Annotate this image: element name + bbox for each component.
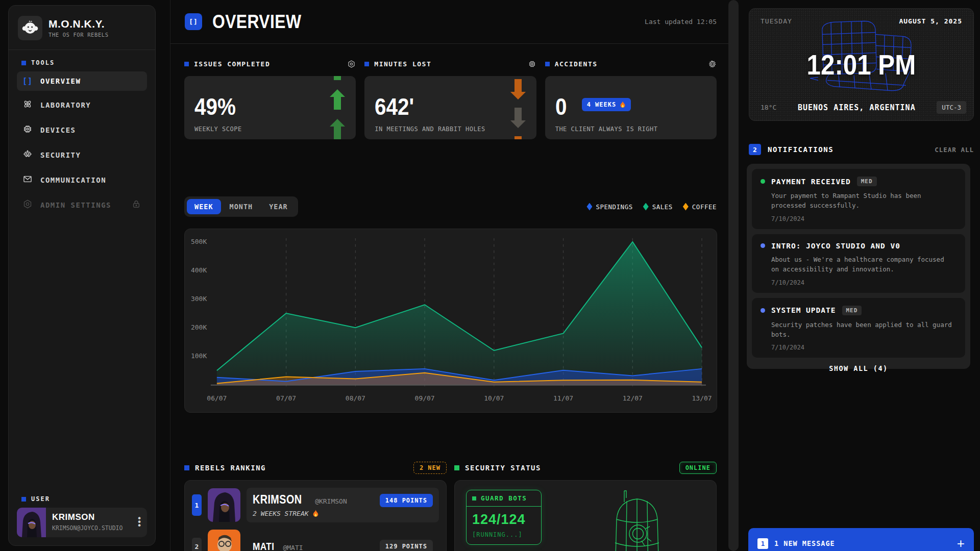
sidebar-item-security[interactable]: SECURITY	[17, 144, 147, 166]
hexnut-icon[interactable]	[347, 60, 356, 68]
atom-icon	[22, 99, 33, 111]
page-header: [] OVERVIEW Last updated 12:05	[170, 0, 731, 44]
notification-body: About us - We're a healthcare company fo…	[771, 255, 955, 274]
stat-value: 642'	[375, 94, 414, 118]
tab-year[interactable]: YEAR	[261, 199, 296, 214]
rebel-name: KRIMSON	[253, 493, 302, 507]
stat-marker	[545, 62, 550, 66]
legend-sales[interactable]: SALES	[643, 203, 673, 211]
sidebar-item-communication[interactable]: COMMUNICATION	[17, 169, 147, 191]
sidebar-item-laboratory[interactable]: LABORATORY	[17, 94, 147, 116]
lock-icon	[131, 199, 141, 211]
sidebar-item-admin-settings[interactable]: ADMIN SETTINGS	[17, 194, 147, 216]
diamond-icon	[643, 203, 649, 211]
stat-value: 0	[555, 94, 567, 118]
stat-box: 0 4 WEEKS THE CLIENT ALWAYS IS RIGHT	[545, 76, 717, 139]
section-marker	[184, 465, 189, 470]
notification-date: 7/10/2024	[771, 344, 957, 351]
notification-payment[interactable]: PAYMENT RECEIVED MED Your payment to Ram…	[752, 169, 965, 229]
chip-icon[interactable]	[528, 60, 536, 68]
module-value: 124/124	[472, 512, 535, 528]
stat-card-issues: ISSUES COMPLETED 49% WEEKLY SCOPE	[184, 59, 356, 139]
sidebar-item-devices[interactable]: DEVICES	[17, 119, 147, 141]
area-chart[interactable]: 100K200K300K400K500K06/0707/0708/0709/07…	[184, 229, 717, 413]
guard-bots-module: GUARD BOTS 124/124 [RUNNING...]	[466, 490, 542, 545]
avatar	[208, 488, 240, 522]
rebel-handle: @KRIMSON	[315, 497, 347, 505]
page-title: OVERVIEW	[212, 11, 301, 33]
stat-title: MINUTES LOST	[374, 60, 431, 68]
last-updated: Last updated 12:05	[645, 18, 717, 26]
svg-text:08/07: 08/07	[346, 394, 365, 402]
robot-wireframe	[604, 488, 670, 551]
sidebar: M.O.N.K.Y. THE OS FOR REBELS TOOLS [] OV…	[8, 5, 156, 546]
sidebar-item-overview[interactable]: [] OVERVIEW	[17, 71, 147, 91]
scrollbar[interactable]	[728, 0, 739, 551]
ranking-row-1[interactable]: 1 KRIMSON @KRIMSON	[192, 488, 439, 522]
notification-date: 7/10/2024	[771, 279, 957, 286]
notifications-count-badge: 2	[749, 144, 761, 155]
svg-text:10/07: 10/07	[484, 394, 504, 402]
user-section-label: USER	[21, 495, 147, 503]
message-label: 1 NEW MESSAGE	[774, 539, 835, 547]
user-menu-kebab-icon[interactable]: •••	[137, 517, 142, 528]
burst-gear-icon[interactable]	[708, 60, 717, 68]
date-label: AUGUST 5, 2025	[899, 17, 962, 25]
svg-text:06/07: 06/07	[207, 394, 227, 402]
notification-intro[interactable]: INTRO: JOYCO STUDIO AND V0 About us - We…	[752, 234, 965, 293]
show-all-button[interactable]: SHOW ALL (4)	[752, 358, 965, 374]
stat-label: THE CLIENT ALWAYS IS RIGHT	[555, 126, 658, 133]
points-badge: 148 POINTS	[380, 494, 433, 507]
period-tabs: WEEK MONTH YEAR	[184, 196, 298, 217]
plus-icon[interactable]: +	[957, 537, 965, 550]
clear-all-button[interactable]: CLEAR ALL	[935, 146, 974, 154]
app-tagline: THE OS FOR REBELS	[48, 32, 109, 38]
module-name: GUARD BOTS	[481, 494, 527, 502]
tools-section-label: TOOLS	[21, 59, 147, 66]
svg-text:07/07: 07/07	[276, 394, 296, 402]
monkey-logo-icon	[18, 16, 42, 40]
trend-down-arrows	[508, 76, 528, 139]
streak-badge: 4 WEEKS	[582, 98, 631, 111]
overview-icon: []	[185, 13, 202, 30]
user-marker	[21, 497, 26, 502]
rank-badge: 2	[192, 538, 202, 551]
tab-month[interactable]: MONTH	[222, 199, 261, 214]
location-label: BUENOS AIRES, ARGENTINA	[776, 103, 937, 112]
user-card[interactable]: KRIMSON KRIMSON@JOYCO.STUDIO •••	[17, 508, 147, 537]
new-message-bar[interactable]: 1 1 NEW MESSAGE +	[748, 528, 974, 551]
notification-title: SYSTEM UPDATE	[771, 306, 836, 314]
stat-box: 642' IN MEETINGS AND RABBIT HOLES	[364, 76, 536, 139]
svg-text:11/07: 11/07	[553, 394, 573, 402]
ranking-row-2[interactable]: 2 MATI @MATI	[192, 530, 439, 551]
temperature-label: 18°C	[761, 104, 776, 111]
tools-marker	[21, 61, 26, 65]
priority-badge: MED	[842, 306, 862, 315]
svg-text:200K: 200K	[191, 323, 207, 331]
svg-text:13/07: 13/07	[692, 394, 712, 402]
stat-label: WEEKLY SCOPE	[194, 126, 242, 133]
hex-gear-icon	[22, 199, 33, 211]
sidebar-divider	[9, 49, 155, 50]
user-info: KRIMSON KRIMSON@JOYCO.STUDIO •••	[46, 508, 147, 537]
stat-box: 49% WEEKLY SCOPE	[184, 76, 356, 139]
brackets-icon: []	[22, 77, 33, 86]
notifications-panel: PAYMENT RECEIVED MED Your payment to Ram…	[747, 164, 970, 369]
chart-canvas: 100K200K300K400K500K06/0707/0708/0709/07…	[185, 229, 717, 412]
ranking-title: REBELS RANKING	[195, 464, 266, 472]
rank-badge: 1	[192, 494, 202, 516]
tab-week[interactable]: WEEK	[187, 199, 221, 214]
legend-spendings[interactable]: SPENDINGS	[586, 203, 632, 211]
utc-offset-badge: UTC-3	[937, 101, 966, 114]
stat-card-minutes: MINUTES LOST 642' IN MEETINGS AND RABBIT…	[364, 59, 536, 139]
sidebar-nav: [] OVERVIEW LABORATORY DEVICES	[17, 71, 147, 216]
svg-text:100K: 100K	[191, 352, 207, 360]
user-avatar	[17, 508, 46, 537]
user-name: KRIMSON	[52, 512, 141, 522]
robot-icon	[22, 149, 33, 161]
notification-system-update[interactable]: SYSTEM UPDATE MED Security patches have …	[752, 298, 965, 358]
diamond-icon	[586, 203, 592, 211]
legend-coffee[interactable]: COFFEE	[683, 203, 717, 211]
stat-marker	[364, 62, 369, 66]
clock-time: 12:01 PM	[807, 48, 916, 81]
